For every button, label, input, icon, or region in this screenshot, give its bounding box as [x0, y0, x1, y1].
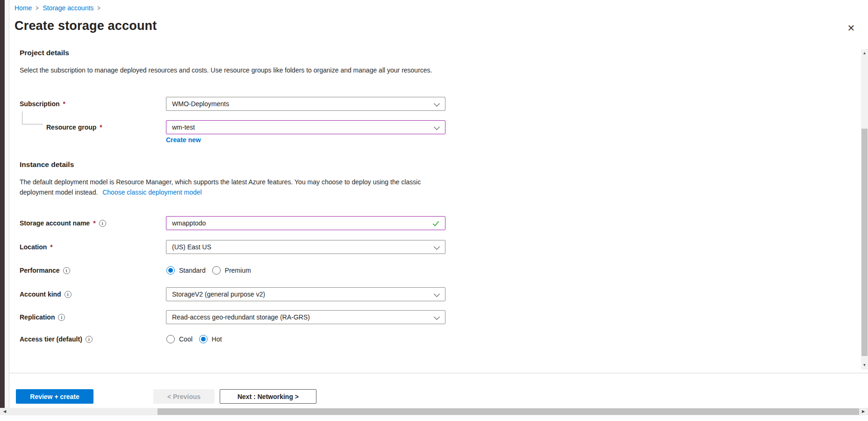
- account-kind-label-text: Account kind: [20, 290, 61, 298]
- radio-unselected-icon: [166, 335, 175, 343]
- scroll-up-icon[interactable]: ▲: [861, 50, 868, 57]
- horizontal-scrollbar-thumb[interactable]: [158, 408, 859, 415]
- previous-button[interactable]: < Previous: [153, 389, 215, 404]
- replication-value: Read-access geo-redundant storage (RA-GR…: [172, 313, 310, 321]
- footer-divider: [9, 373, 868, 373]
- required-asterisk: *: [50, 243, 52, 251]
- info-icon[interactable]: i: [58, 314, 65, 321]
- storage-account-name-label: Storage account name* i: [20, 216, 106, 230]
- account-kind-value: StorageV2 (general purpose v2): [172, 290, 265, 298]
- performance-radio-group: Standard Premium: [166, 263, 251, 277]
- storage-account-name-input[interactable]: wmapptodo: [166, 216, 445, 230]
- account-kind-dropdown[interactable]: StorageV2 (general purpose v2): [166, 287, 445, 301]
- vertical-scrollbar-thumb[interactable]: [861, 129, 868, 356]
- breadcrumb: Home > Storage accounts >: [14, 4, 100, 12]
- instance-details-heading: Instance details: [20, 160, 74, 169]
- tree-connector-line: [22, 111, 43, 124]
- replication-dropdown[interactable]: Read-access geo-redundant storage (RA-GR…: [166, 310, 445, 324]
- scroll-left-icon[interactable]: ◀: [1, 408, 8, 415]
- storage-account-name-value: wmapptodo: [172, 219, 206, 227]
- required-asterisk: *: [63, 100, 65, 108]
- scroll-down-icon[interactable]: ▼: [861, 362, 868, 369]
- performance-standard-radio[interactable]: Standard: [166, 266, 206, 275]
- required-asterisk: *: [93, 219, 95, 227]
- performance-label: Performance i: [20, 263, 70, 277]
- review-create-button[interactable]: Review + create: [16, 389, 93, 404]
- window-edge-strip: [0, 0, 5, 408]
- subscription-label-text: Subscription: [20, 100, 60, 108]
- location-label: Location*: [20, 240, 53, 254]
- access-tier-hot-label: Hot: [212, 335, 222, 343]
- valid-check-icon: [433, 219, 439, 226]
- resource-group-label-text: Resource group: [46, 123, 96, 131]
- info-icon[interactable]: i: [86, 336, 93, 343]
- project-details-heading: Project details: [20, 49, 69, 57]
- replication-label-text: Replication: [20, 313, 55, 321]
- radio-selected-icon: [199, 335, 208, 343]
- info-icon[interactable]: i: [99, 220, 106, 227]
- choose-classic-deployment-link[interactable]: Choose classic deployment model: [102, 189, 201, 196]
- instance-details-description: The default deployment model is Resource…: [20, 177, 452, 197]
- performance-premium-radio[interactable]: Premium: [212, 266, 251, 275]
- subscription-value: WMO-Deployments: [172, 100, 229, 108]
- location-dropdown[interactable]: (US) East US: [166, 240, 445, 254]
- page-title: Create storage account: [14, 19, 157, 33]
- chevron-right-icon: >: [36, 4, 39, 12]
- resource-group-dropdown[interactable]: wm-test: [166, 120, 445, 134]
- chevron-right-icon: >: [98, 4, 100, 12]
- subscription-label: Subscription*: [20, 97, 65, 111]
- breadcrumb-storage-accounts-link[interactable]: Storage accounts: [43, 4, 93, 12]
- required-asterisk: *: [100, 123, 102, 131]
- access-tier-cool-radio[interactable]: Cool: [166, 335, 193, 343]
- chevron-down-icon: [434, 244, 440, 250]
- performance-label-text: Performance: [20, 267, 60, 274]
- create-storage-account-page: Home > Storage accounts > Create storage…: [0, 0, 868, 421]
- collapsed-panel-strip: [5, 0, 9, 408]
- next-networking-button[interactable]: Next : Networking >: [220, 389, 316, 404]
- horizontal-scrollbar[interactable]: ◀ ▶: [0, 408, 868, 415]
- access-tier-label: Access tier (default) i: [20, 332, 93, 346]
- access-tier-cool-label: Cool: [179, 335, 193, 343]
- chevron-down-icon: [434, 314, 440, 320]
- scroll-right-icon[interactable]: ▶: [860, 408, 867, 415]
- resource-group-label: Resource group*: [46, 120, 102, 134]
- replication-label: Replication i: [20, 310, 65, 324]
- chevron-down-icon: [434, 124, 440, 130]
- info-icon[interactable]: i: [65, 291, 72, 298]
- project-details-description: Select the subscription to manage deploy…: [20, 65, 445, 75]
- instance-details-description-text: The default deployment model is Resource…: [20, 178, 421, 196]
- location-label-text: Location: [20, 243, 47, 251]
- resource-group-value: wm-test: [172, 123, 195, 131]
- chevron-down-icon: [434, 291, 440, 297]
- breadcrumb-home-link[interactable]: Home: [14, 4, 32, 12]
- radio-unselected-icon: [212, 266, 221, 275]
- account-kind-label: Account kind i: [20, 287, 72, 301]
- access-tier-hot-radio[interactable]: Hot: [199, 335, 222, 343]
- access-tier-radio-group: Cool Hot: [166, 332, 222, 346]
- radio-selected-icon: [166, 266, 175, 275]
- location-value: (US) East US: [172, 243, 211, 251]
- close-icon[interactable]: ✕: [844, 21, 858, 35]
- vertical-scrollbar[interactable]: ▲ ▼: [861, 49, 868, 370]
- performance-standard-label: Standard: [179, 267, 206, 274]
- create-new-resource-group-link[interactable]: Create new: [166, 136, 201, 144]
- access-tier-label-text: Access tier (default): [20, 335, 82, 343]
- chevron-down-icon: [434, 101, 440, 107]
- info-icon[interactable]: i: [63, 267, 70, 274]
- subscription-dropdown[interactable]: WMO-Deployments: [166, 97, 445, 111]
- performance-premium-label: Premium: [225, 267, 251, 274]
- storage-account-name-label-text: Storage account name: [20, 219, 90, 227]
